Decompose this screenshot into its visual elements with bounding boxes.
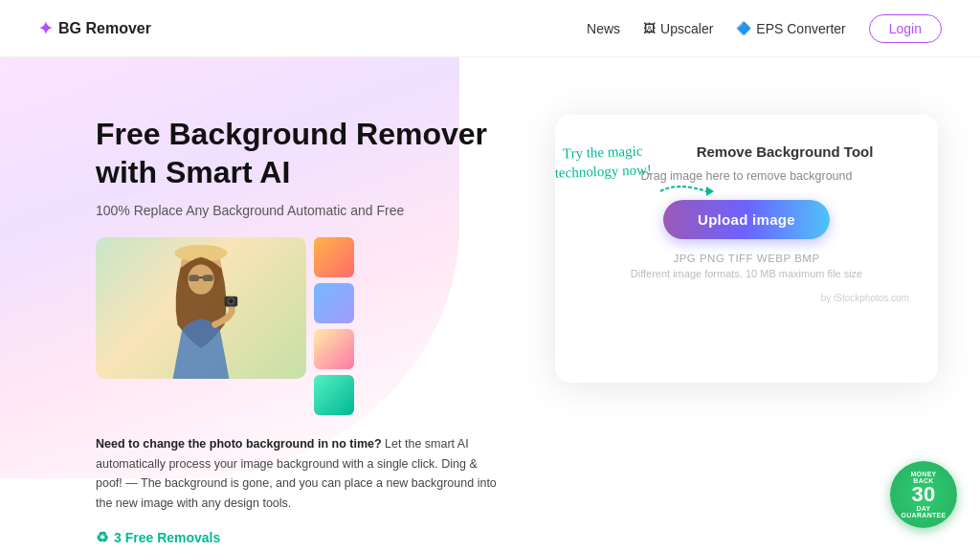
svg-rect-4 [189, 275, 199, 281]
login-button[interactable]: Login [869, 14, 942, 43]
free-removals-icon: ♻ [96, 529, 108, 546]
hero-title: Free Background Removerwith Smart AI [96, 115, 498, 191]
logo[interactable]: ✦ BG Remover [38, 18, 151, 39]
thumbnail-1 [314, 237, 354, 277]
by-stockphotos: by iStockphotos.com [584, 293, 909, 303]
svg-rect-5 [203, 275, 213, 281]
badge-money: MONEY [910, 471, 936, 477]
logo-icon: ✦ [38, 18, 53, 39]
left-column: Free Background Removerwith Smart AI 100… [96, 115, 498, 551]
free-removals-label: 3 Free Removals [114, 530, 220, 545]
image-section [96, 237, 498, 415]
woman-silhouette [144, 240, 258, 379]
header: ✦ BG Remover News 🖼 Upscaler 🔷 EPS Conve… [0, 0, 980, 57]
thumbnail-column [314, 237, 354, 415]
main-hero-image [96, 237, 306, 379]
tool-card: Try the magictechnology now! Remove Back… [555, 115, 938, 383]
eps-icon: 🔷 [736, 21, 751, 35]
main-content: Free Background Removerwith Smart AI 100… [0, 57, 980, 551]
arrow-icon [658, 180, 716, 203]
badge-guarantee: GUARANTEE [901, 512, 946, 518]
upload-button[interactable]: Upload image [663, 200, 830, 239]
nav-item-eps[interactable]: 🔷 EPS Converter [736, 21, 845, 36]
svg-rect-2 [189, 250, 212, 255]
upscaler-icon: 🖼 [643, 21, 656, 35]
formats-list: JPG PNG TIFF WEBP BMP [584, 253, 909, 264]
badge-day: DAY [916, 505, 930, 512]
svg-point-9 [229, 298, 234, 303]
nav-label-upscaler: Upscaler [660, 21, 713, 36]
description-text: Need to change the photo background in n… [96, 434, 498, 514]
right-column: Try the magictechnology now! Remove Back… [555, 115, 938, 383]
nav-item-news[interactable]: News [587, 21, 620, 36]
money-back-badge: MONEY BACK 30 DAY GUARANTEE [890, 461, 957, 528]
formats-note: Different image formats. 10 MB maximum f… [584, 268, 909, 279]
thumbnail-4 [314, 375, 354, 415]
thumbnail-3 [314, 329, 354, 369]
nav-label-eps: EPS Converter [756, 21, 845, 36]
free-removals-badge: ♻ 3 Free Removals [96, 529, 498, 546]
nav-item-upscaler[interactable]: 🖼 Upscaler [643, 21, 713, 36]
svg-marker-10 [706, 187, 714, 196]
description-bold: Need to change the photo background in n… [96, 437, 382, 451]
magic-text: Try the magictechnology now! [535, 142, 670, 184]
hero-subtitle: 100% Replace Any Background Automatic an… [96, 203, 498, 218]
badge-number: 30 [911, 484, 935, 505]
thumbnail-2 [314, 283, 354, 323]
navigation: News 🖼 Upscaler 🔷 EPS Converter Login [587, 14, 942, 43]
nav-label-news: News [587, 21, 620, 36]
logo-text: BG Remover [58, 20, 151, 37]
